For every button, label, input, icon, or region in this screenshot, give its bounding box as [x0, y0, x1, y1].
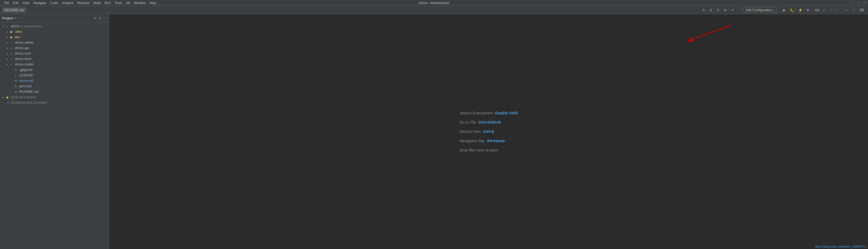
tree-item-scratches[interactable]: ⊙Scratches and Consoles [0, 100, 109, 105]
tree-item-ofcms-model[interactable]: ▪ofcms-model [0, 62, 109, 67]
sidebar-header: Project ▾ ⚙ ⊞ — [0, 14, 109, 22]
shortcut-goto-label: Go to File [460, 120, 476, 125]
sidebar-header-icons: ⚙ ⊞ — [93, 16, 107, 21]
git-pull[interactable]: ↓ [834, 8, 839, 12]
shortcut-search-key: Double Shift [495, 111, 518, 115]
open-tab-readme[interactable]: README.md [2, 7, 26, 13]
tree-label-gitignore: .gitignore [19, 68, 32, 72]
menu-item-git[interactable]: Git [124, 1, 132, 5]
tree-label-ofcms-admin: ofcms-admin [15, 41, 34, 44]
close-button[interactable]: ✕ [862, 1, 866, 5]
tree-item-ofcms-md[interactable]: Mofcms.md [0, 78, 109, 84]
shortcut-recent-key: Ctrl+E [483, 129, 495, 134]
editor-area: Search Everywhere Double Shift Go to Fil… [109, 14, 868, 249]
tree-item-external-libs[interactable]: ▶External Libraries [0, 94, 109, 100]
menu-item-tools[interactable]: Tools [113, 1, 124, 5]
tree-item-ofcms-admin[interactable]: ▪ofcms-admin [0, 40, 109, 45]
settings-button[interactable]: ⚙ [722, 8, 728, 12]
sidebar-dropdown-icon[interactable]: ▾ [15, 17, 17, 20]
tree-item-ofcms-root[interactable]: ▪ofcmsE:/project/ofcms [0, 24, 109, 29]
tree-label-idea: .idea [15, 30, 22, 34]
module-icon: ▪ [9, 62, 14, 67]
collapse-button[interactable]: ⊟ [708, 8, 714, 12]
shortcut-navbar-label: Navigation Bar [460, 139, 485, 143]
git-label: Git: [815, 8, 820, 12]
git-push[interactable]: ↑ [828, 8, 833, 12]
window-controls: ─ □ ✕ [851, 1, 866, 5]
file-md-icon: M [14, 90, 18, 94]
menu-item-run[interactable]: Run [103, 1, 112, 5]
menu-item-analyze[interactable]: Analyze [60, 1, 75, 5]
tree-item-gitignore[interactable]: G.gitignore [0, 67, 109, 73]
main-toolbar: README.md ↻ ⊟ ⇅ ⚙ ✕ Add Configuration...… [0, 6, 868, 14]
menu-item-help[interactable]: Help [148, 1, 158, 5]
shortcut-hints: Search Everywhere Double Shift Go to Fil… [460, 111, 518, 152]
debug-button[interactable]: 🐛 [788, 8, 796, 12]
restore-button[interactable]: □ [857, 1, 860, 5]
menu-item-refactor[interactable]: Refactor [76, 1, 91, 5]
file-tree: ▪ofcmsE:/project/ofcms▶.idea▶doc▪ofcms-a… [0, 22, 109, 249]
menu-item-build[interactable]: Build [92, 1, 102, 5]
stop-button[interactable]: ■ [805, 8, 810, 12]
tree-item-pom-xml[interactable]: Xpom.xml [0, 84, 109, 89]
tree-label-ofcms-front: ofcms-front [15, 57, 31, 61]
git-checkmark[interactable]: ✓ [821, 8, 827, 12]
file-md-icon: M [14, 79, 18, 83]
module-icon: ▪ [9, 51, 14, 56]
shortcut-drop-label: Drop files here to open [460, 148, 498, 152]
module-icon: ▪ [9, 40, 14, 45]
arrow-annotation [682, 22, 737, 44]
build-button[interactable]: ⚡ [797, 8, 804, 12]
undo-button[interactable]: ↩ [843, 8, 849, 12]
menu-item-edit[interactable]: Edit [11, 1, 20, 5]
shortcut-search-label: Search Everywhere [460, 111, 493, 115]
sidebar-project-title: Project [2, 17, 13, 20]
svg-line-0 [690, 25, 732, 40]
bookmark-button[interactable]: ☆ [850, 8, 857, 12]
file-git-icon: G [14, 68, 18, 72]
module-icon: ▪ [9, 57, 14, 61]
window-title: ofcms - Administrator [418, 1, 450, 5]
tree-item-idea[interactable]: ▶.idea [0, 29, 109, 34]
shortcut-search: Search Everywhere Double Shift [460, 111, 518, 115]
sidebar-expand-icon[interactable]: ⊞ [98, 16, 102, 21]
tree-item-readme-md[interactable]: MREADME.md [0, 89, 109, 94]
main-layout: Project ▾ ⚙ ⊞ — ▪ofcmsE:/project/ofcms▶.… [0, 14, 868, 249]
tree-item-doc[interactable]: ▶doc [0, 34, 109, 40]
tree-item-license[interactable]: LLICENSE [0, 73, 109, 78]
tree-sublabel-ofcms-root: E:/project/ofcms [21, 25, 42, 28]
tree-label-ofcms-api: ofcms-api [15, 46, 29, 50]
tree-item-ofcms-api[interactable]: ▪ofcms-api [0, 45, 109, 51]
statusbar-url: https://blog.csdn.net/weixin_40986713 [815, 245, 866, 248]
sort-button[interactable]: ⇅ [715, 8, 721, 12]
refresh-button[interactable]: ↻ [701, 8, 707, 12]
shortcut-navbar: Navigation Bar Alt+Home [460, 139, 518, 143]
add-configuration-button[interactable]: Add Configuration... [743, 7, 777, 13]
shortcut-recent-label: Recent Files [460, 129, 481, 134]
sidebar-gear-icon[interactable]: ⚙ [93, 16, 97, 21]
terminal-button[interactable]: ⌨ [858, 8, 866, 12]
close-editor-button[interactable]: ✕ [730, 8, 736, 12]
statusbar: https://blog.csdn.net/weixin_40986713 [812, 244, 868, 249]
tree-item-ofcms-front[interactable]: ▪ofcms-front [0, 56, 109, 62]
menu-item-navigate[interactable]: Navigate [32, 1, 48, 5]
tree-label-doc: doc [15, 35, 20, 39]
sidebar-minimize-icon[interactable]: — [103, 16, 107, 21]
shortcut-drop: Drop files here to open [460, 148, 518, 152]
menu-item-file[interactable]: File [2, 1, 11, 5]
tree-item-ofcms-core[interactable]: ▪ofcms-core [0, 51, 109, 56]
titlebar: FileEditViewNavigateCodeAnalyzeRefactorB… [0, 0, 868, 6]
menu-item-code[interactable]: Code [49, 1, 60, 5]
menu-item-view[interactable]: View [21, 1, 31, 5]
menu-item-window[interactable]: Window [132, 1, 147, 5]
file-lic-icon: L [14, 73, 18, 77]
tree-label-ofcms-model: ofcms-model [15, 63, 34, 66]
scratch-icon: ⊙ [5, 100, 10, 105]
minimize-button[interactable]: ─ [851, 1, 854, 5]
shortcut-goto-key: Ctrl+Shift+N [478, 120, 501, 125]
tree-label-scratches: Scratches and Consoles [11, 101, 46, 104]
tree-label-license: LICENSE [19, 73, 33, 77]
menu-bar: FileEditViewNavigateCodeAnalyzeRefactorB… [2, 1, 158, 5]
tree-label-ofcms-core: ofcms-core [15, 52, 31, 55]
run-button[interactable]: ▶ [781, 8, 787, 12]
